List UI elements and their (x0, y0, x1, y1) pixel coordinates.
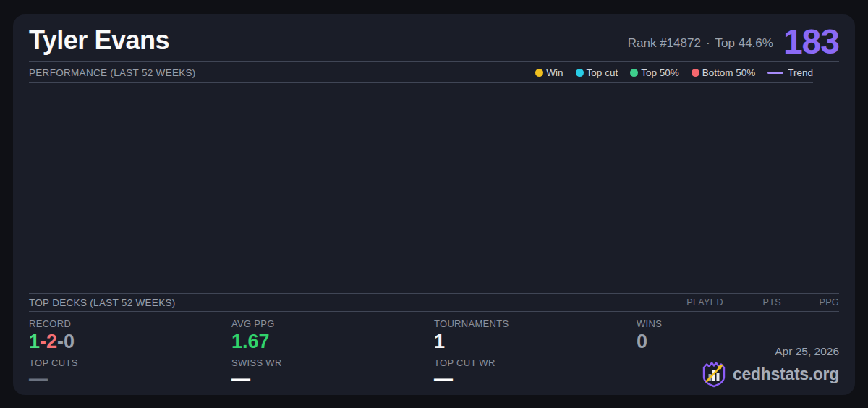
stat-column-tournaments: TOURNAMENTS 1 TOP CUT WR — (434, 318, 637, 394)
rank-separator: · (706, 36, 710, 50)
record-label: RECORD (29, 318, 231, 329)
brand[interactable]: cedhstats.org (701, 360, 839, 388)
tournaments-value: 1 (434, 331, 637, 352)
top-decks-columns: PLAYED PTS PPG (665, 297, 839, 307)
record-dash-2: - (57, 331, 64, 352)
column-header-played: PLAYED (665, 297, 723, 307)
avg-ppg-value: 1.67 (231, 331, 434, 352)
top-50-dot-icon (630, 69, 638, 77)
rank-text: Rank #14872·Top 44.6% (628, 36, 773, 56)
swiss-wr-label: SWISS WR (231, 357, 434, 368)
top-cuts-label: TOP CUTS (29, 357, 231, 368)
card-header: Tyler Evans Rank #14872·Top 44.6% 183 (29, 14, 839, 62)
legend-item-top-50: Top 50% (630, 67, 679, 78)
player-name: Tyler Evans (29, 25, 169, 56)
chart-legend: Win Top cut Top 50% Bottom 50% Trend (535, 67, 813, 78)
top-cuts-value: — (29, 368, 231, 389)
performance-section-title: PERFORMANCE (LAST 52 WEEKS) (29, 67, 196, 78)
bottom-50-dot-icon (692, 69, 699, 77)
win-dot-icon (535, 69, 543, 77)
legend-item-bottom-50: Bottom 50% (692, 67, 756, 78)
stat-column-avg-ppg: AVG PPG 1.67 SWISS WR — (231, 318, 434, 394)
performance-chart-area (29, 83, 839, 293)
top-cut-wr-value: — (434, 368, 637, 389)
legend-label: Top 50% (641, 67, 679, 78)
swiss-wr-value: — (231, 368, 434, 389)
performance-header: PERFORMANCE (LAST 52 WEEKS) Win Top cut … (29, 62, 813, 83)
legend-label: Win (546, 67, 563, 78)
record-wins: 1 (29, 331, 40, 352)
record-value: 1-2-0 (29, 331, 231, 352)
rank-number: Rank #14872 (628, 36, 701, 50)
header-right: Rank #14872·Top 44.6% 183 (628, 27, 839, 56)
legend-item-trend: Trend (767, 67, 813, 78)
cedhstats-logo-icon (701, 360, 727, 388)
top-decks-header: TOP DECKS (LAST 52 WEEKS) PLAYED PTS PPG (29, 293, 839, 312)
legend-label: Trend (788, 67, 813, 78)
player-score: 183 (783, 27, 839, 56)
card-footer: Apr 25, 2026 cedhstats.org (701, 345, 839, 388)
legend-label: Bottom 50% (702, 67, 756, 78)
stat-column-record: RECORD 1-2-0 TOP CUTS — (29, 318, 231, 394)
top-percent: Top 44.6% (715, 36, 773, 50)
record-draws: 0 (64, 331, 75, 352)
top-cut-wr-label: TOP CUT WR (434, 357, 637, 368)
record-losses: 2 (46, 331, 57, 352)
legend-item-win: Win (535, 67, 563, 78)
top-cut-dot-icon (576, 69, 584, 77)
brand-text: cedhstats.org (733, 365, 839, 384)
legend-label: Top cut (587, 67, 618, 78)
avg-ppg-label: AVG PPG (231, 318, 434, 329)
record-dash-1: - (40, 331, 46, 352)
legend-item-top-cut: Top cut (576, 67, 618, 78)
card-date: Apr 25, 2026 (701, 345, 839, 358)
column-header-pts: PTS (723, 297, 781, 307)
trend-line-icon (767, 72, 783, 74)
wins-label: WINS (637, 318, 839, 329)
top-decks-section-title: TOP DECKS (LAST 52 WEEKS) (29, 297, 176, 308)
tournaments-label: TOURNAMENTS (434, 318, 637, 329)
player-stats-card: Tyler Evans Rank #14872·Top 44.6% 183 PE… (13, 14, 855, 395)
column-header-ppg: PPG (781, 297, 839, 307)
